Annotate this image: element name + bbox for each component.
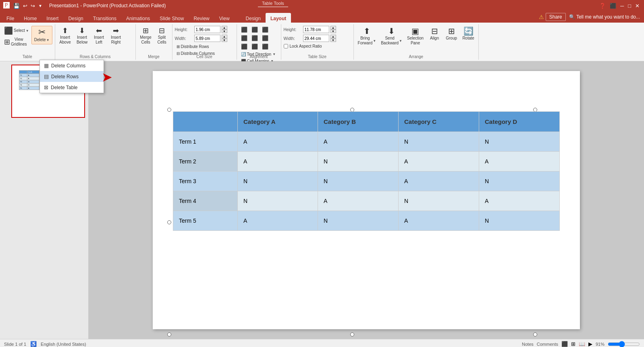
tab-animations[interactable]: Animations <box>121 13 155 23</box>
select-button[interactable]: ⬛ Select ▼ <box>2 26 31 36</box>
table-height-up[interactable]: ▲ <box>330 26 336 29</box>
align-mid-right-button[interactable]: ⬛ <box>260 34 270 42</box>
table-tools-label: Table Tools <box>262 1 284 6</box>
normal-view-button[interactable]: ⬛ <box>561 341 568 347</box>
view-gridlines-button[interactable]: ⊞ ViewGridlines <box>2 36 31 48</box>
align-bot-center-button[interactable]: ⬛ <box>250 43 260 50</box>
handle-top-left[interactable] <box>167 108 171 112</box>
align-bot-right-button[interactable]: ⬛ <box>260 43 270 50</box>
cell-width-up[interactable]: ▲ <box>222 35 227 38</box>
tab-transitions[interactable]: Transitions <box>88 13 121 23</box>
table-width-down[interactable]: ▼ <box>330 38 336 42</box>
ribbon-group-merge-label: Merge <box>136 54 172 59</box>
ribbon-group-alignment-label: Alignment <box>237 54 281 59</box>
delete-dropdown-menu: ▦ Delete Columns ▤ Delete Rows ⊠ Delete … <box>39 60 104 93</box>
handle-mid-left[interactable] <box>167 220 171 224</box>
distribute-rows-icon: ⊞ <box>177 44 180 49</box>
header-cat-c: Category C <box>398 112 479 132</box>
comments-button[interactable]: Comments <box>537 342 558 347</box>
ribbon-group-tablesize-label: Table Size <box>281 54 353 59</box>
undo-button[interactable]: ↩ <box>22 2 29 10</box>
help-button[interactable]: ❓ <box>598 2 607 10</box>
tab-file[interactable]: File <box>2 13 19 23</box>
tab-design[interactable]: Design <box>63 13 88 23</box>
table-width-up[interactable]: ▲ <box>330 35 336 38</box>
align-top-center-button[interactable]: ⬛ <box>250 26 260 33</box>
ribbon-group-rowscols-label: Rows & Columns <box>55 54 135 59</box>
search-button[interactable]: 🔍 Tell me what you want to do... <box>567 13 642 21</box>
insert-left-button[interactable]: ⬅ InsertLeft <box>91 26 107 46</box>
minimize-button[interactable]: ─ <box>619 2 625 10</box>
send-backward-button[interactable]: ⬇ SendBackward ▼ <box>379 26 404 47</box>
share-button[interactable]: Share <box>546 13 566 21</box>
group-button[interactable]: ⊞ Group <box>444 26 459 42</box>
insert-below-button[interactable]: ⬇ InsertBelow <box>75 26 90 46</box>
bring-forward-button[interactable]: ⬆ BringForward ▼ <box>356 26 378 47</box>
insert-above-button[interactable]: ⬆ InsertAbove <box>58 26 73 46</box>
notes-button[interactable]: Notes <box>522 342 534 347</box>
close-button[interactable]: ✕ <box>634 2 641 10</box>
redo-button[interactable]: ↪ <box>29 2 36 10</box>
ribbon-options-button[interactable]: ⬛ <box>609 2 617 10</box>
align-top-left-button[interactable]: ⬛ <box>239 26 249 33</box>
reading-view-button[interactable]: 📖 <box>579 341 585 347</box>
handle-bot-right[interactable] <box>533 332 537 337</box>
delete-columns-item[interactable]: ▦ Delete Columns <box>40 60 104 71</box>
row1-col3: N <box>398 132 479 152</box>
customize-qat-button[interactable]: ▼ <box>37 3 44 9</box>
insert-right-icon: ➡ <box>113 27 119 34</box>
tab-home[interactable]: Home <box>19 13 42 23</box>
delete-rows-item[interactable]: ▤ Delete Rows <box>40 71 104 82</box>
cell-width-input[interactable] <box>194 35 220 42</box>
handle-bot-left[interactable] <box>167 332 171 337</box>
handle-bot-center[interactable] <box>350 332 354 337</box>
tab-review[interactable]: Review <box>189 13 214 23</box>
insert-right-button[interactable]: ➡ InsertRight <box>108 26 124 46</box>
distribute-rows-button[interactable]: ⊞ Distribute Rows <box>175 44 211 50</box>
tab-slideshow[interactable]: Slide Show <box>155 13 189 23</box>
table-row: Term 2 A N A A <box>173 152 560 171</box>
row5-col1: A <box>238 211 318 231</box>
data-table: Category A Category B Category C Categor… <box>173 111 560 231</box>
slide-sorter-button[interactable]: ⊞ <box>571 341 575 347</box>
cell-width-down[interactable]: ▼ <box>222 38 227 42</box>
ribbon-group-cell-size: Height: ▲ ▼ Width: ▲ ▼ ⊞ <box>172 24 237 60</box>
maximize-button[interactable]: □ <box>627 2 632 10</box>
align-button[interactable]: ⊟ Align <box>427 26 442 42</box>
tab-table-design[interactable]: Design <box>241 13 266 23</box>
row4-term: Term 4 <box>173 191 238 211</box>
tab-insert[interactable]: Insert <box>42 13 63 23</box>
tab-layout[interactable]: Layout <box>266 13 291 23</box>
align-top-right-button[interactable]: ⬛ <box>260 26 270 33</box>
cell-height-input[interactable] <box>194 26 220 33</box>
table-height-input[interactable] <box>303 26 329 33</box>
lock-aspect-checkbox[interactable] <box>284 44 288 48</box>
merge-icon: ⊞ <box>143 27 149 34</box>
align-bot-left-button[interactable]: ⬛ <box>239 43 249 50</box>
table-height-down[interactable]: ▼ <box>330 29 336 33</box>
accessibility-icon[interactable]: ♿ <box>30 341 37 347</box>
split-cells-button[interactable]: ⊟ SplitCells <box>154 26 170 46</box>
table-width-input[interactable] <box>303 35 329 42</box>
selection-pane-icon: ▣ <box>411 27 419 35</box>
table-row: Term 1 A A N N <box>173 132 560 152</box>
align-mid-center-button[interactable]: ⬛ <box>250 34 260 42</box>
selection-pane-button[interactable]: ▣ SelectionPane <box>405 26 425 47</box>
save-button[interactable]: 💾 <box>12 2 21 10</box>
merge-cells-button[interactable]: ⊞ MergeCells <box>138 26 154 46</box>
ribbon: ⬛ Select ▼ ⊞ ViewGridlines ✂ Delete ▼ <box>0 23 644 61</box>
delete-table-item[interactable]: ⊠ Delete Table <box>40 82 104 93</box>
tab-view[interactable]: View <box>214 13 235 23</box>
slideshow-button[interactable]: ▶ <box>588 341 592 347</box>
send-backward-icon: ⬇ <box>388 27 395 35</box>
rotate-button[interactable]: 🔄 Rotate <box>461 26 476 42</box>
cell-height-down[interactable]: ▼ <box>222 29 227 33</box>
insert-below-icon: ⬇ <box>79 27 85 34</box>
warning-icon: ⚠ <box>539 14 544 20</box>
delete-button[interactable]: ✂ Delete ▼ <box>31 26 52 44</box>
row2-col2: N <box>318 152 398 171</box>
zoom-slider[interactable] <box>608 341 640 347</box>
cell-height-up[interactable]: ▲ <box>222 26 227 29</box>
ribbon-group-alignment: ⬛ ⬛ ⬛ ⬛ ⬛ ⬛ ⬛ ⬛ ⬛ 🔄 Text Direction <box>237 24 281 60</box>
align-mid-left-button[interactable]: ⬛ <box>239 34 249 42</box>
